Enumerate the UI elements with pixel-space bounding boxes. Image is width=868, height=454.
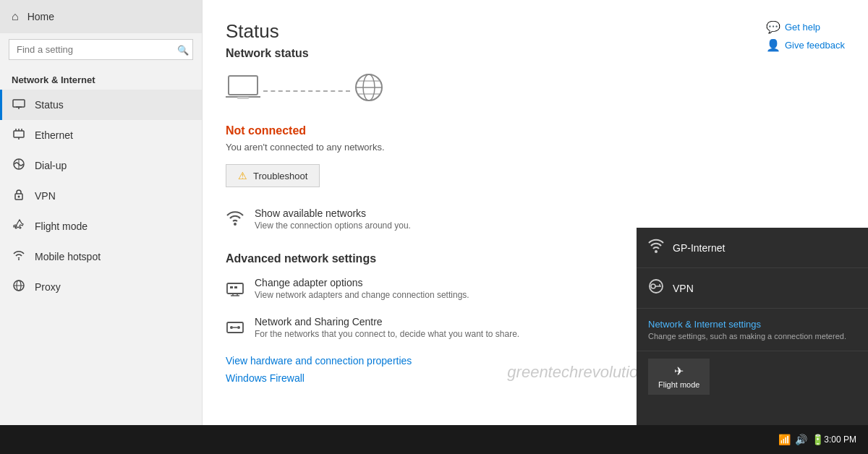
svg-rect-16	[229, 76, 258, 95]
svg-rect-26	[230, 286, 233, 288]
warning-icon: ⚠	[238, 170, 247, 181]
vpn-icon	[12, 188, 26, 204]
flyout-vpn-icon	[648, 278, 664, 298]
flyout-settings-desc: Change settings, such as making a connec…	[648, 332, 856, 340]
sharing-title[interactable]: Network and Sharing Centre	[255, 316, 519, 327]
give-feedback-link[interactable]: 👤 Give feedback	[766, 38, 845, 52]
show-networks-text: Show available networks View the connect…	[255, 207, 411, 231]
sidebar-section-title: Network & Internet	[0, 66, 202, 90]
flightmode-icon	[12, 218, 26, 234]
flight-mode-icon: ✈	[674, 364, 684, 378]
sidebar-item-flightmode[interactable]: Flight mode	[0, 211, 202, 241]
show-networks-desc: View the connection options around you.	[255, 220, 411, 231]
adapter-desc: View network adapters and change connect…	[255, 290, 469, 300]
svg-point-37	[651, 284, 655, 288]
sidebar-item-ethernet[interactable]: Ethernet	[0, 120, 202, 150]
svg-rect-3	[14, 131, 24, 137]
taskbar-wifi-icon[interactable]: 📶	[778, 434, 791, 445]
laptop-icon	[226, 73, 260, 108]
sidebar-item-label-dialup: Dial-up	[35, 160, 67, 171]
give-feedback-icon: 👤	[766, 38, 780, 52]
get-help-label: Get help	[785, 22, 820, 33]
page-title: Status	[226, 20, 845, 43]
sidebar-item-vpn[interactable]: VPN	[0, 181, 202, 211]
troubleshoot-button[interactable]: ⚠ Troubleshoot	[226, 164, 320, 187]
home-label: Home	[27, 11, 54, 22]
home-icon: ⌂	[12, 10, 19, 23]
sidebar-item-dialup[interactable]: Dial-up	[0, 150, 202, 181]
svg-point-11	[18, 196, 20, 198]
sidebar-item-label-flightmode: Flight mode	[35, 220, 88, 232]
show-networks-title[interactable]: Show available networks	[255, 207, 411, 219]
svg-point-33	[237, 326, 240, 329]
adapter-title[interactable]: Change adapter options	[255, 277, 469, 288]
troubleshoot-label: Troubleshoot	[253, 171, 307, 181]
give-feedback-label: Give feedback	[785, 40, 845, 51]
help-links: 💬 Get help 👤 Give feedback	[766, 20, 845, 52]
sidebar-item-mobilehotspot[interactable]: Mobile hotspot	[0, 241, 202, 272]
get-help-link[interactable]: 💬 Get help	[766, 20, 845, 34]
proxy-icon	[12, 279, 26, 295]
network-flyout: GP-Internet VPN Network & Internet setti…	[637, 228, 868, 425]
sidebar-item-label-ethernet: Ethernet	[35, 129, 73, 141]
adapter-text: Change adapter options View network adap…	[255, 277, 469, 300]
search-box: 🔍	[9, 39, 193, 60]
sharing-icon	[226, 317, 244, 340]
network-diagram	[226, 72, 845, 110]
flyout-item-vpn[interactable]: VPN	[637, 268, 868, 309]
ethernet-icon	[12, 127, 26, 143]
search-input[interactable]	[9, 39, 193, 60]
sidebar-item-label-status: Status	[35, 99, 64, 111]
flyout-settings-title[interactable]: Network & Internet settings	[648, 319, 856, 330]
content-area: Status 💬 Get help 👤 Give feedback Networ…	[203, 0, 868, 425]
sidebar-item-label-proxy: Proxy	[35, 281, 61, 293]
svg-point-24	[234, 223, 237, 226]
svg-rect-27	[234, 286, 237, 288]
search-button[interactable]: 🔍	[177, 44, 189, 55]
globe-icon	[353, 72, 385, 110]
status-icon	[12, 97, 26, 113]
flyout-vpn-label: VPN	[673, 283, 694, 294]
sharing-text: Network and Sharing Centre For the netwo…	[255, 316, 519, 339]
flyout-wifi-icon	[648, 238, 664, 257]
taskbar-volume-icon[interactable]: 🔊	[795, 434, 807, 445]
adapter-icon	[226, 278, 244, 301]
get-help-icon: 💬	[766, 20, 780, 34]
svg-rect-18	[237, 97, 249, 99]
dashed-line	[263, 90, 350, 92]
dialup-icon	[12, 158, 26, 174]
sharing-desc: For the networks that you connect to, de…	[255, 329, 519, 339]
taskbar-battery-icon[interactable]: 🔋	[812, 434, 824, 445]
flight-mode-label: Flight mode	[658, 380, 699, 389]
flyout-item-gpinternet[interactable]: GP-Internet	[637, 228, 868, 268]
sidebar-item-status[interactable]: Status	[0, 90, 202, 120]
flyout-settings-section: Network & Internet settings Change setti…	[637, 309, 868, 351]
taskbar-icons: 📶 🔊 🔋	[778, 434, 824, 445]
network-available-icon	[226, 209, 244, 232]
sidebar-item-label-mobilehotspot: Mobile hotspot	[35, 251, 101, 262]
taskbar: 📶 🔊 🔋 3:00 PM	[0, 425, 868, 454]
flight-mode-button[interactable]: ✈ Flight mode	[648, 359, 710, 395]
svg-point-35	[655, 250, 658, 253]
not-connected-status: Not connected	[226, 124, 845, 137]
status-description: You aren't connected to any networks.	[226, 142, 845, 153]
svg-point-32	[230, 326, 233, 329]
sidebar-item-label-vpn: VPN	[35, 190, 56, 202]
svg-rect-0	[13, 100, 25, 107]
flyout-footer: ✈ Flight mode	[637, 351, 868, 402]
svg-point-12	[18, 259, 20, 260]
taskbar-time: 3:00 PM	[824, 434, 862, 445]
sidebar: ⌂ Home 🔍 Network & Internet Status Ether…	[0, 0, 203, 425]
mobilehotspot-icon	[12, 249, 26, 265]
sidebar-home[interactable]: ⌂ Home	[0, 0, 202, 33]
network-status-title: Network status	[226, 47, 845, 60]
sidebar-item-proxy[interactable]: Proxy	[0, 272, 202, 302]
flyout-gpinternet-label: GP-Internet	[673, 242, 725, 254]
